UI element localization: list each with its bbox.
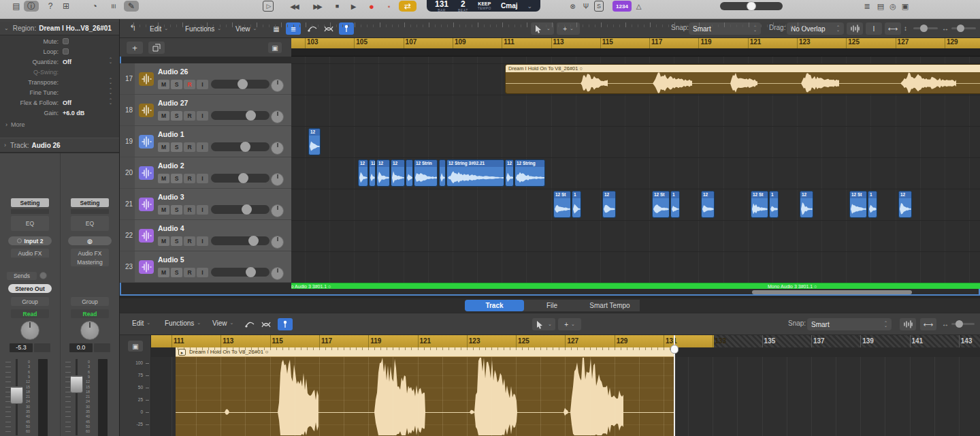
flex-tool-icon[interactable] bbox=[339, 22, 354, 35]
library-icon[interactable]: ▤ bbox=[9, 1, 24, 12]
metronome-icon[interactable]: △ bbox=[634, 1, 644, 12]
param-value[interactable]: Off bbox=[63, 99, 71, 106]
mute-button[interactable]: M bbox=[158, 236, 169, 246]
mute-button[interactable]: M bbox=[158, 142, 169, 152]
menu-view[interactable]: View⌄ bbox=[233, 22, 259, 35]
solo-button[interactable]: S bbox=[171, 174, 182, 183]
audio-clip[interactable] bbox=[406, 159, 413, 187]
region-header[interactable]: ⌄ Region: Dream I Ho...V8_26#01 bbox=[0, 20, 120, 35]
more-disclosure[interactable]: › More bbox=[5, 121, 25, 128]
master-volume-knob[interactable] bbox=[747, 1, 756, 11]
audio-clip[interactable]: 12 bbox=[369, 159, 376, 187]
track-name[interactable]: Audio 27 bbox=[158, 99, 188, 107]
param-stepper-icon[interactable]: ⌃⌄ bbox=[108, 89, 114, 94]
volume-slider[interactable] bbox=[211, 111, 270, 120]
rewind-button[interactable]: ◀◀ bbox=[284, 1, 304, 12]
audio-clip[interactable]: 12 St bbox=[652, 191, 670, 218]
horizontal-auto-zoom-button[interactable]: ⟷ bbox=[885, 22, 901, 35]
capture-recording-button[interactable]: ▪ bbox=[385, 1, 391, 12]
input-button[interactable]: ◎ bbox=[68, 236, 112, 245]
add-track-button[interactable]: + bbox=[127, 42, 143, 54]
param-stepper-icon[interactable]: ⌃⌄ bbox=[108, 58, 114, 63]
track-name[interactable]: Audio 26 bbox=[158, 67, 188, 76]
param-checkbox[interactable] bbox=[63, 38, 69, 44]
volume-slider[interactable] bbox=[211, 236, 270, 245]
audio-clip[interactable]: 1 bbox=[868, 191, 877, 218]
lcd-chevron-icon[interactable]: ⌄ bbox=[527, 3, 532, 10]
stop-button[interactable]: ■ bbox=[332, 1, 341, 12]
audio-clip[interactable]: 12 bbox=[391, 159, 405, 187]
pan-knob[interactable] bbox=[271, 173, 284, 186]
count-in-button[interactable]: 1234 bbox=[612, 1, 632, 12]
editors-icon[interactable]: ✎ bbox=[124, 1, 139, 12]
editor-region-name-bar[interactable]: ▸Dream I Hold On To V8_26#01 ○ bbox=[176, 347, 674, 357]
stepper-icon[interactable]: ⌃⌄ bbox=[884, 322, 887, 327]
input-monitor-radio[interactable] bbox=[17, 238, 22, 243]
param-stepper-icon[interactable]: ⌃⌄ bbox=[108, 99, 114, 104]
value-box[interactable] bbox=[34, 343, 50, 352]
param-stepper-icon[interactable]: ⌃⌄ bbox=[108, 78, 114, 84]
audio-clip[interactable]: 1 bbox=[572, 191, 581, 218]
tab-smart-tempo[interactable]: Smart Tempo bbox=[580, 300, 640, 311]
track-header-row[interactable]: 20Audio 2MSRI bbox=[120, 157, 291, 189]
menu-edit[interactable]: Edit⌄ bbox=[147, 22, 171, 35]
eq-thumbnail-button[interactable]: EQ bbox=[71, 216, 109, 231]
mute-button[interactable]: M bbox=[158, 174, 169, 183]
input-monitor-button[interactable]: I bbox=[197, 268, 208, 277]
horizontal-zoom-knob[interactable] bbox=[956, 320, 963, 328]
solo-button[interactable]: S bbox=[171, 111, 182, 121]
record-arm-button[interactable]: R bbox=[184, 174, 195, 183]
track-header-row[interactable]: 21Audio 3MSRI bbox=[120, 189, 291, 220]
duplicate-track-button[interactable] bbox=[148, 42, 165, 54]
cycle-button[interactable]: ⇄ bbox=[399, 1, 416, 12]
lcd-display[interactable]: 131BAR 2BEAT KEEPTEMPO Cmaj ⌄ bbox=[427, 0, 540, 12]
editor-ruler-offrange[interactable] bbox=[714, 335, 980, 347]
channel-setting-button[interactable]: Setting bbox=[71, 198, 109, 207]
quick-help-icon[interactable]: ? bbox=[43, 1, 58, 12]
input-monitor-button[interactable]: I bbox=[197, 236, 208, 246]
eq-thumbnail-button[interactable]: EQ bbox=[11, 216, 49, 231]
tab-file[interactable]: File bbox=[524, 300, 580, 311]
audio-clip[interactable]: 12 String 3#02.21 bbox=[446, 159, 504, 187]
track-name[interactable]: Audio 1 bbox=[158, 130, 184, 138]
smart-controls-icon[interactable]: ◔ bbox=[87, 1, 102, 12]
audio-clip[interactable]: 1 bbox=[670, 191, 680, 218]
toolbar-icon[interactable]: ⊞ bbox=[59, 1, 74, 12]
track-header[interactable]: › Track: Audio 26 bbox=[0, 138, 120, 153]
audio-clip[interactable]: 12 bbox=[898, 191, 912, 218]
input-monitor-button[interactable]: I bbox=[197, 111, 208, 121]
crossfade-tool-icon[interactable] bbox=[259, 318, 274, 330]
audio-fx-slot[interactable]: Audio FX bbox=[71, 249, 109, 258]
horizontal-scrollbar[interactable] bbox=[752, 290, 912, 294]
editor-region-body[interactable] bbox=[176, 357, 674, 436]
menu-functions[interactable]: Functions⌄ bbox=[162, 317, 203, 329]
track-name[interactable]: Audio 3 bbox=[158, 193, 184, 201]
audio-clip[interactable]: 12 bbox=[358, 159, 368, 187]
solo-button[interactable]: S bbox=[171, 268, 182, 277]
audio-fx-slot[interactable]: Mastering bbox=[71, 258, 109, 266]
browsers-icon[interactable]: ▣ bbox=[900, 1, 911, 12]
output-button[interactable]: Stereo Out bbox=[8, 284, 52, 293]
record-arm-button[interactable]: R bbox=[184, 205, 195, 215]
pan-knob[interactable] bbox=[271, 204, 284, 217]
audio-clip[interactable]: 12 St bbox=[849, 191, 867, 218]
solo-off-icon[interactable]: S bbox=[594, 1, 604, 12]
inspector-icon[interactable]: ⓘ bbox=[24, 1, 39, 12]
param-checkbox[interactable] bbox=[63, 48, 69, 54]
track-header-row[interactable]: 22Audio 4MSRI bbox=[120, 220, 291, 251]
solo-button[interactable]: S bbox=[171, 80, 182, 89]
list-editors-icon[interactable]: ≣ bbox=[862, 1, 872, 12]
volume-fader-handle[interactable] bbox=[10, 386, 23, 404]
pan-knob[interactable] bbox=[20, 321, 39, 340]
green-midi-region[interactable]: Mono Audio 3 3#01.1 ○Mono Audio 3 3#01.1… bbox=[291, 283, 980, 289]
record-button[interactable]: ● bbox=[366, 1, 376, 12]
tuner-icon[interactable]: Ψ bbox=[581, 1, 591, 12]
record-arm-button[interactable]: R bbox=[184, 111, 195, 121]
record-arm-button[interactable]: R bbox=[184, 268, 195, 277]
snap-dropdown[interactable]: Smart⌃⌄ bbox=[807, 318, 892, 330]
mixer-icon[interactable]: ≡ bbox=[108, 0, 119, 14]
channel-setting-button[interactable]: Setting bbox=[11, 198, 49, 207]
automation-mode-button[interactable]: Read bbox=[11, 309, 49, 318]
audio-region-dream[interactable]: Dream I Hold On To V8_26#01 ○ bbox=[505, 64, 980, 94]
master-dim-icon[interactable]: ⊗ bbox=[568, 1, 578, 12]
